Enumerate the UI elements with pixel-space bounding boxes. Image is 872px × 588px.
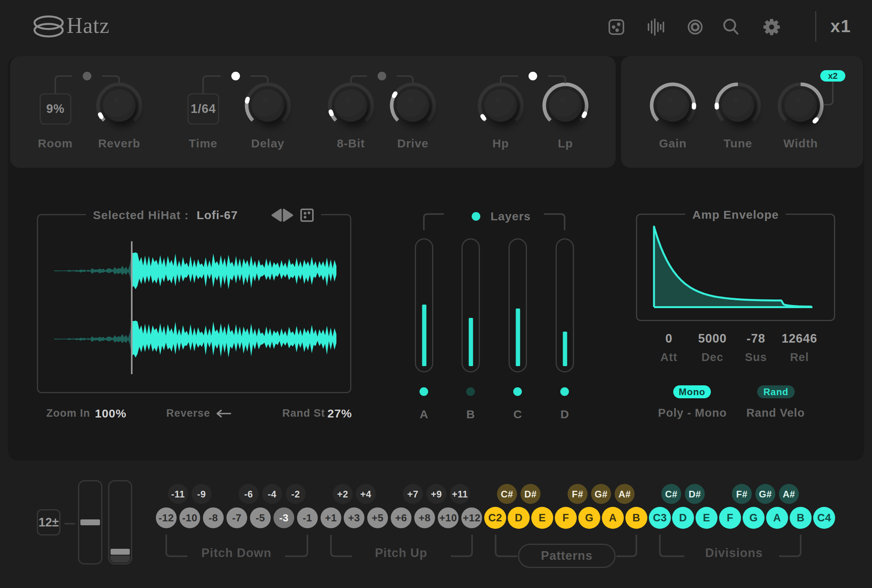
key-plus5[interactable]: +5 [367,508,388,528]
layer-slider-D[interactable] [556,238,574,372]
main-container: 9%RoomReverb1/64TimeDelay8-BitDriveHpLp … [8,56,864,461]
layer-slider-C[interactable] [509,238,527,372]
waveform-icon[interactable] [647,18,665,36]
settings-gear-icon[interactable] [762,18,781,36]
key-A[interactable]: A [766,507,788,529]
8-bit-knob[interactable] [320,74,382,137]
layer-active-dot-D[interactable] [560,387,569,396]
patterns-pill: Patterns [518,544,616,568]
key-Gs[interactable]: G# [591,484,611,504]
key-minus1[interactable]: -1 [297,508,318,528]
key-C2[interactable]: C2 [484,507,506,529]
zoom-in-label: Zoom In [46,407,90,419]
rand-start-value[interactable]: 27% [327,407,352,420]
key-D[interactable]: D [508,507,530,529]
width-knob[interactable] [769,74,832,137]
key-minus6[interactable]: -6 [239,484,259,504]
key-minus11[interactable]: -11 [168,484,188,504]
layer-active-dot-B[interactable] [466,387,475,396]
pitch-slider-left-handle[interactable] [80,519,100,525]
key-plus12[interactable]: +12 [461,508,482,528]
env-dec-value[interactable]: 5000 [698,332,727,346]
layer-level-bar-B [469,318,473,366]
key-As[interactable]: A# [779,484,799,504]
pitch-slider-left[interactable] [78,480,102,564]
key-minus8[interactable]: -8 [203,508,224,528]
search-icon[interactable] [722,18,739,35]
key-F[interactable]: F [719,507,741,529]
key-G[interactable]: G [743,507,765,529]
key-E[interactable]: E [531,507,553,529]
tune-knob[interactable] [707,74,769,137]
hp-knob[interactable] [469,74,532,137]
delay-knob[interactable] [236,74,299,137]
key-D[interactable]: D [672,507,694,529]
key-plus11[interactable]: +11 [450,484,470,504]
time-value-box[interactable]: 1/64 [187,93,219,125]
key-Cs[interactable]: C# [661,484,681,504]
key-plus10[interactable]: +10 [438,508,459,528]
ui-scale-label[interactable]: x1 [830,16,851,36]
key-minus3[interactable]: -3 [274,508,294,528]
key-minus9[interactable]: -9 [192,484,212,504]
layer-slider-B[interactable] [461,238,480,372]
rand-velo-button[interactable]: Rand [757,385,795,398]
key-Gs[interactable]: G# [756,484,776,504]
pitch-range-box[interactable]: 12± [37,509,60,535]
key-E[interactable]: E [696,507,718,529]
layer-active-dot-C[interactable] [513,387,522,396]
key-F[interactable]: F [555,507,577,529]
layer-active-dot-A[interactable] [420,387,428,396]
key-minus4[interactable]: -4 [262,484,282,504]
key-Fs[interactable]: F# [732,484,752,504]
fx-led-on-3[interactable] [529,72,537,80]
fx-led-off-0[interactable] [83,72,91,80]
rand-velo-label: Rand Velo [728,407,823,419]
drive-knob[interactable] [382,74,444,137]
fx-led-off-2[interactable] [378,72,386,80]
mono-button[interactable]: Mono [673,385,711,398]
key-plus1[interactable]: +1 [321,508,342,528]
key-C4[interactable]: C4 [813,507,835,529]
record-icon[interactable] [687,19,703,35]
layer-slider-A[interactable] [415,238,433,372]
reverb-knob[interactable] [88,74,151,137]
env-rel-value[interactable]: 12646 [781,332,817,346]
key-plus7[interactable]: +7 [403,484,423,504]
key-Ds[interactable]: D# [685,484,705,504]
key-C3[interactable]: C3 [649,507,671,529]
key-minus7[interactable]: -7 [227,508,247,528]
key-B[interactable]: B [790,507,812,529]
room-value-box[interactable]: 9% [40,93,71,125]
env-att-value[interactable]: 0 [665,332,672,346]
reverse-arrow-icon[interactable] [216,409,231,418]
key-A[interactable]: A [602,507,624,529]
dice-icon[interactable] [608,19,625,35]
key-G[interactable]: G [578,507,600,529]
key-plus3[interactable]: +3 [344,508,365,528]
key-minus10[interactable]: -10 [180,508,200,528]
key-minus2[interactable]: -2 [286,484,306,504]
key-minus12[interactable]: -12 [156,508,177,528]
env-sus-value[interactable]: -78 [747,332,765,346]
pitch-slider-right[interactable] [108,480,132,564]
key-Ds[interactable]: D# [521,484,541,504]
envelope-curve[interactable] [637,215,834,320]
key-plus2[interactable]: +2 [333,484,353,504]
pitch-slider-right-handle[interactable] [111,549,130,555]
zoom-in-value[interactable]: 100% [95,407,127,420]
key-Cs[interactable]: C# [497,484,517,504]
key-plus4[interactable]: +4 [356,484,376,504]
key-plus8[interactable]: +8 [414,508,435,528]
gain-knob[interactable] [641,74,704,137]
key-minus5[interactable]: -5 [250,508,271,528]
pitch-down-label: Pitch Down [189,546,283,560]
lp-knob[interactable] [534,74,597,137]
fx-led-on-1[interactable] [231,72,240,80]
playhead[interactable] [131,241,133,374]
key-plus9[interactable]: +9 [427,484,447,504]
key-As[interactable]: A# [615,484,635,504]
key-plus6[interactable]: +6 [391,508,412,528]
key-Fs[interactable]: F# [568,484,588,504]
key-B[interactable]: B [625,507,647,529]
